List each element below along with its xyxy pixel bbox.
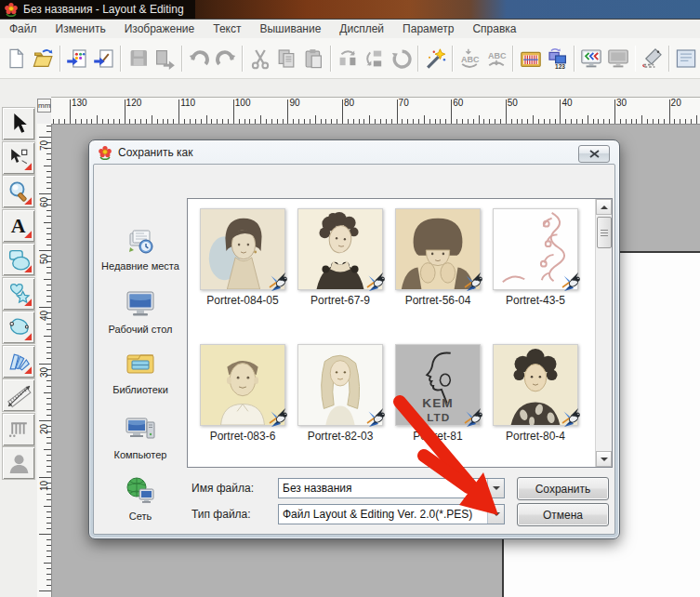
menu-item-0[interactable]: Файл (0, 20, 46, 38)
file-item-label: Portret-80-4 (493, 430, 578, 443)
ruler-label: 60 (39, 197, 49, 207)
scroll-up-button[interactable] (596, 199, 612, 215)
save-button[interactable]: Сохранить (517, 477, 609, 500)
select-tool-icon[interactable] (2, 107, 35, 140)
magic-wand-icon[interactable] (423, 44, 448, 73)
ruler-tick (402, 119, 403, 124)
text-tool-icon[interactable]: A (2, 209, 35, 243)
filetype-combobox[interactable]: Файл Layout & Editing Ver. 2.0(*.PES) (278, 504, 505, 524)
shape-free-tool-icon[interactable] (2, 311, 35, 344)
ruler-tick (46, 329, 51, 330)
ruler-tick (46, 494, 51, 495)
recent-places-icon (96, 224, 185, 259)
open-design-icon[interactable] (31, 44, 56, 73)
file-item[interactable]: Portret-56-04 (395, 208, 481, 307)
ruler-tick (46, 177, 51, 178)
ruler-tick (46, 539, 51, 540)
new-document-icon[interactable] (4, 44, 29, 73)
text-arc-up-icon: ABC (484, 44, 509, 73)
ruler-label: 90 (289, 98, 299, 108)
file-item[interactable]: Portret-43-5 (493, 208, 578, 307)
filename-combobox[interactable]: Без названия (278, 478, 505, 498)
ruler-tick (500, 119, 501, 124)
ruler-tick (228, 119, 229, 124)
file-item[interactable]: KEMLTDPortret-81 (395, 344, 481, 443)
ruler-tick (468, 119, 469, 124)
file-item[interactable]: Portret-67-9 (297, 208, 383, 307)
ruler-tick (39, 477, 51, 478)
clipped-edge-icon[interactable] (674, 44, 699, 73)
ruler-tick (369, 115, 370, 124)
ruler-tick (375, 119, 376, 124)
menu-bar: ФайлИзменитьИзображениеТекстВышиваниеДис… (0, 20, 700, 39)
redo-icon (214, 44, 239, 73)
menu-item-7[interactable]: Справка (463, 20, 525, 38)
ruler-tick (696, 115, 697, 124)
ruler-tick (91, 119, 92, 124)
ruler-tick (46, 358, 51, 359)
file-item[interactable]: Portret-82-03 (297, 344, 383, 443)
ruler-tick (691, 119, 692, 124)
stitch-simulator-icon[interactable] (640, 44, 665, 73)
ruler-tick (46, 545, 51, 546)
ruler-tick (685, 119, 686, 124)
scrollbar-thumb[interactable] (597, 217, 612, 248)
file-item[interactable]: Portret-083-6 (200, 344, 285, 443)
scroll-down-button[interactable] (596, 451, 612, 467)
portrait-tool-icon[interactable] (2, 446, 35, 480)
ruler-tick (163, 119, 164, 124)
ruler-tick (544, 119, 545, 124)
filename-dropdown-button[interactable] (487, 479, 504, 498)
sidebar-item-1[interactable]: Рабочий стол (96, 287, 185, 336)
ruler-tick (157, 119, 158, 124)
undo-icon (187, 44, 212, 73)
realistic-view-icon[interactable] (579, 44, 604, 73)
menu-item-3[interactable]: Текст (204, 20, 250, 38)
portrait-thumbnail (395, 208, 481, 290)
ruler-tick (46, 228, 51, 229)
import-image-icon[interactable] (91, 44, 116, 73)
filetype-dropdown-button[interactable] (487, 505, 504, 524)
thread-palette-icon[interactable] (518, 44, 543, 73)
file-list-scrollbar[interactable] (595, 199, 612, 467)
close-button[interactable] (578, 145, 610, 163)
manual-punch-tool-icon[interactable] (2, 345, 35, 378)
sew-order-icon[interactable]: 123 (545, 44, 570, 73)
menu-item-4[interactable]: Вышивание (250, 20, 330, 38)
ruler-tick (451, 100, 452, 124)
file-item-label: Portret-43-5 (493, 294, 578, 307)
shape-basic-tool-icon[interactable] (2, 243, 35, 276)
ruler-tick (680, 119, 680, 124)
cancel-button[interactable]: Отмена (517, 503, 609, 526)
file-item[interactable]: Portret-084-05 (200, 208, 285, 307)
zoom-tool-icon[interactable] (2, 175, 35, 208)
menu-item-6[interactable]: Параметр (393, 20, 463, 38)
ruler-tick (440, 119, 441, 124)
ruler-tick (239, 119, 240, 124)
file-list[interactable]: Portret-084-05Portret-67-9Portret-56-04P… (187, 198, 613, 468)
sidebar-item-2[interactable]: Библиотеки (96, 348, 185, 396)
import-design-icon[interactable] (65, 44, 90, 73)
ruler-tick (522, 119, 522, 124)
window-title: Без названия - Layout & Editing (23, 3, 184, 16)
ruler-tick (46, 188, 51, 189)
sidebar-item-4[interactable]: Сеть (96, 474, 185, 523)
stitch-attribute-tool-icon[interactable] (2, 413, 35, 446)
ruler-tick (201, 119, 202, 124)
sidebar-item-0[interactable]: Недавние места (96, 224, 185, 272)
ruler-tick (102, 119, 103, 124)
file-item[interactable]: Portret-80-4 (493, 344, 578, 443)
menu-item-5[interactable]: Дисплей (330, 20, 393, 38)
save-as-dialog: Сохранить как Папка: Портреты Недавние м… (88, 139, 620, 539)
sidebar-item-3[interactable]: Компьютер (96, 413, 185, 461)
menu-item-1[interactable]: Изменить (46, 20, 115, 38)
measure-tool-icon[interactable] (2, 378, 35, 412)
shape-star-tool-icon[interactable] (2, 277, 35, 311)
ruler-tick (46, 131, 51, 132)
point-edit-tool-icon[interactable] (2, 141, 35, 175)
dialog-titlebar[interactable]: Сохранить как (89, 140, 619, 165)
ruler-tick (46, 471, 51, 472)
close-icon (589, 150, 600, 158)
menu-item-2[interactable]: Изображение (115, 20, 205, 38)
dialog-flower-icon (98, 145, 112, 160)
